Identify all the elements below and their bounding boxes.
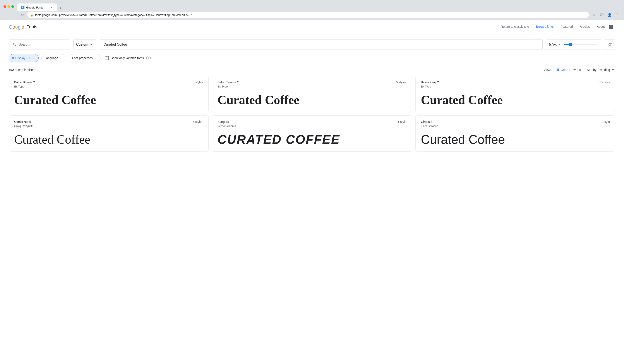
forward-button[interactable]: → [11,12,17,18]
variable-fonts-checkbox[interactable] [105,56,109,60]
font-card-comic-neue[interactable]: Comic Neue 6 styles Craig Rozynski Curat… [9,115,208,152]
search-input[interactable] [19,43,66,47]
results-header: 462 of 988 families View: Grid | List [0,65,624,76]
nav-link-return-classic[interactable]: Return to classic site [501,21,529,33]
nav-link-browse-fonts[interactable]: Browse fonts [536,21,554,33]
font-card-baloo-paaji[interactable]: Baloo Paaji 2 5 styles Ek Type Curated C… [416,76,615,112]
font-name: Bangers [217,120,229,124]
results-count: 462 of 988 families [9,68,34,72]
font-card-header: Baloo Paaji 2 5 styles [421,80,610,84]
font-card-header: Bangers 1 style [217,120,407,124]
font-name: Baloo Bhaina 2 [14,80,35,84]
sort-dropdown[interactable]: Sort by: Trending [587,68,615,72]
logo[interactable]: Google Fonts [9,24,37,30]
nav-links: Return to classic site Browse fonts Feat… [501,21,605,33]
font-properties-filter-chip[interactable]: Font properties [69,54,101,62]
size-slider[interactable] [564,43,598,46]
traffic-light-minimize[interactable] [7,5,10,8]
variable-fonts-info-icon[interactable]: i [146,56,151,60]
new-tab-button[interactable]: + [58,5,64,11]
font-card-header: Baloo Tamma 2 5 styles [217,80,407,84]
grid-view-button[interactable] [607,23,615,31]
back-button[interactable]: ← [3,12,10,18]
font-styles: 6 styles [193,120,203,124]
search-box[interactable] [9,39,70,50]
filter-row: × Display + 1 Language Font properties S… [0,52,624,65]
font-styles: 1 style [398,120,407,124]
menu-button[interactable]: ⋮ [614,12,621,18]
list-view-btn[interactable]: List [571,67,583,73]
font-properties-chip-label: Font properties [72,56,93,60]
nav-link-featured[interactable]: Featured [561,21,573,33]
view-buttons: Grid | List [554,67,583,73]
info-icon-text: i [148,56,149,60]
size-controls: 57px [546,39,601,50]
font-card-bangers[interactable]: Bangers 1 style Vernon Adams CURATED COF… [212,115,412,152]
top-nav: Google Fonts Return to classic site Brow… [0,20,624,34]
tab-favicon: F [21,6,25,9]
font-card-girassol[interactable]: Girassol 1 style Liam Spradlin Curated C… [416,115,615,152]
grid-view-btn[interactable]: Grid [554,67,568,73]
list-label: List [577,68,582,72]
svg-rect-2 [609,27,611,29]
font-preview: Curated Coffee [421,93,610,107]
search-icon [12,42,17,47]
language-filter-chip[interactable]: Language [41,54,66,62]
view-divider: | [569,68,570,72]
svg-rect-1 [611,25,613,27]
svg-rect-3 [611,27,613,29]
font-card-header: Baloo Bhaina 2 5 styles [14,80,203,84]
url-text: fonts.google.com/?preview.text=Curated+C… [35,13,586,17]
font-preview: Curated Coffee [14,132,203,147]
font-name: Baloo Paaji 2 [421,80,439,84]
font-name: Baloo Tamma 2 [217,80,239,84]
size-value: 57px [549,43,557,47]
size-chevron-icon [557,42,562,47]
grid-label: Grid [561,68,566,72]
font-name: Girassol [421,120,432,124]
preview-text-input[interactable] [100,39,543,50]
list-view-icon [572,68,576,72]
display-filter-chip[interactable]: × Display + 1 [9,54,39,62]
traffic-light-fullscreen[interactable] [11,5,14,8]
view-label: View: [544,68,551,72]
grid-icon [609,25,613,29]
size-dropdown[interactable]: 57px [549,42,562,47]
bookmark-button[interactable]: ☆ [591,12,597,18]
browser-tab[interactable]: F Google Fonts × [17,3,57,11]
font-preview: CURATED COFFEE [217,132,407,147]
traffic-light-close[interactable] [3,5,6,8]
reload-button[interactable]: ↻ [19,12,25,18]
view-sort-controls: View: Grid | List Sort by: Trending [544,67,616,73]
font-styles: 5 styles [193,80,203,84]
nav-link-articles[interactable]: Articles [580,21,590,33]
font-preview: Curated Coffee [14,93,203,107]
font-styles: 5 styles [396,80,407,84]
refresh-preview-button[interactable] [605,39,615,50]
font-author: Liam Spradlin [421,124,610,128]
font-author: Ek Type [14,85,203,88]
language-chip-label: Language [45,56,58,60]
font-author: Craig Rozynski [14,124,203,128]
font-author: Vernon Adams [217,124,407,128]
security-icon: 🔒 [30,13,33,17]
preview-type-label: Custom [76,43,88,47]
nav-link-about[interactable]: About [597,21,605,33]
font-card-baloo-tamma[interactable]: Baloo Tamma 2 5 styles Ek Type Curated C… [212,76,412,112]
chip-chevron-icon [32,56,35,60]
sort-chevron-icon [611,68,615,72]
preview-type-dropdown[interactable]: Custom [73,39,96,50]
font-card-header: Girassol 1 style [421,120,610,124]
address-bar[interactable]: 🔒 fonts.google.com/?preview.text=Curated… [27,11,589,18]
tab-title: Google Fonts [26,6,48,9]
font-preview: Curated Coffee [217,93,407,107]
font-card-baloo-bhaina[interactable]: Baloo Bhaina 2 5 styles Ek Type Curated … [9,76,208,112]
chip-remove-icon[interactable]: × [12,56,14,60]
info-button[interactable]: ⓘ [599,12,605,18]
variable-fonts-label[interactable]: Show only variable fonts [105,56,144,60]
svg-rect-0 [609,25,611,27]
profile-button[interactable]: 👤 [607,12,613,18]
tab-close-button[interactable]: × [50,6,53,9]
results-label: of 988 families [15,68,34,72]
font-styles: 5 styles [599,80,610,84]
